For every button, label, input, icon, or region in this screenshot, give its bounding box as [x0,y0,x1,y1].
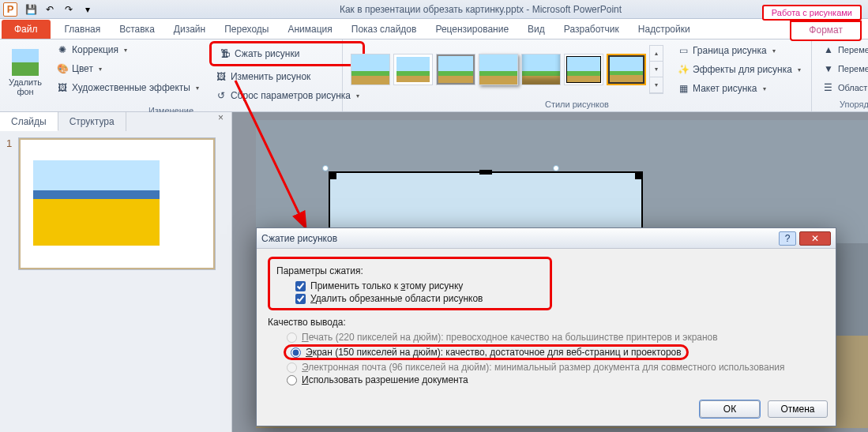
effects-icon: ✨ [677,63,690,76]
ok-button[interactable]: ОК [700,400,760,418]
dialog-title-bar[interactable]: Сжатие рисунков ? ✕ [257,228,836,249]
color-label: Цвет [72,63,93,74]
dialog-title: Сжатие рисунков [261,233,337,244]
style-3[interactable] [436,54,475,85]
backward-icon: ▼ [822,62,835,75]
tab-view[interactable]: Вид [518,20,554,39]
delete-cropped-checkbox-row[interactable]: Удалить обрезанные области рисунков [276,292,543,305]
slides-pane: Слайды Структура × 1 [0,112,232,432]
tab-format-label: Формат [809,24,843,36]
qat-more-icon[interactable]: ▾ [79,2,96,17]
selection-pane-button[interactable]: ☰Область выдел [817,79,868,96]
close-pane-button[interactable]: × [210,112,231,131]
remove-bg-label: Удалить фон [9,77,42,96]
title-bar: P 💾 ↶ ↷ ▾ Как в презентации обрезать кар… [0,0,868,19]
quality-email-radio [287,363,297,373]
dialog-close-button[interactable]: ✕ [799,231,831,246]
compress-icon: 🗜 [219,47,231,60]
file-tab-label: Файл [14,24,38,35]
tab-format[interactable]: Формат [790,21,862,41]
quality-print-radio [287,332,297,343]
corrections-button[interactable]: ✺Коррекция [51,41,205,58]
style-1[interactable] [351,54,390,85]
delete-cropped-checkbox[interactable] [295,294,306,304]
picture-effects-button[interactable]: ✨Эффекты для рисунка [671,61,806,78]
style-7[interactable] [607,54,646,85]
ribbon-tabs: Файл Главная Вставка Дизайн Переходы Ани… [0,19,868,39]
quality-document-label: Использовать разрешение документа [302,374,468,385]
artistic-effects-button[interactable]: 🖼Художественные эффекты [51,79,205,96]
tab-review[interactable]: Рецензирование [426,20,518,39]
dialog-help-button[interactable]: ? [779,231,796,246]
compression-options-section: Параметры сжатия: Применить только к это… [268,257,552,310]
quality-document-row[interactable]: Использовать разрешение документа [268,374,825,386]
bring-forward-button[interactable]: ▲Переместить вп [817,41,868,58]
undo-icon[interactable]: ↶ [41,2,58,17]
tab-transitions[interactable]: Переходы [215,20,278,39]
tab-addins[interactable]: Надстройки [629,20,700,39]
tab-slideshow[interactable]: Показ слайдов [342,20,426,39]
reset-picture-button[interactable]: ↺Сброс параметров рисунка [209,87,365,104]
group-arrange-label: Упоряд [817,98,868,111]
tab-design[interactable]: Дизайн [164,20,215,39]
forward-icon: ▲ [822,43,835,56]
style-5[interactable] [521,54,561,85]
cancel-button[interactable]: Отмена [768,400,828,418]
style-4[interactable] [479,54,518,85]
tab-insert[interactable]: Вставка [110,20,164,39]
picture-layout-button[interactable]: ▦Макет рисунка [671,80,806,97]
quality-document-radio[interactable] [287,375,297,385]
picture-styles-gallery: ▴▾▾ [348,42,667,97]
crop-handle-n[interactable] [479,170,492,175]
crop-handle-nw[interactable] [329,171,336,179]
file-tab[interactable]: Файл [2,20,51,39]
tab-animations[interactable]: Анимация [278,20,341,39]
quality-screen-highlight: Экран (150 пикселей на дюйм): качество, … [284,344,689,360]
compress-pictures-dialog: Сжатие рисунков ? ✕ Параметры сжатия: Пр… [256,227,836,426]
selection-handle[interactable] [322,165,329,171]
remove-bg-icon [12,49,39,76]
quality-email-row[interactable]: Электронная почта (96 пикселей на дюйм):… [268,361,825,374]
style-2[interactable] [393,54,433,85]
color-button[interactable]: 🎨Цвет [51,60,205,77]
color-icon: 🎨 [56,62,69,75]
crop-handle-ne[interactable] [635,171,643,179]
slide-number: 1 [6,137,16,149]
artistic-label: Художественные эффекты [72,82,190,93]
picture-border-button[interactable]: ▭Граница рисунка [671,42,806,59]
border-label: Граница рисунка [693,45,767,56]
apply-only-label: Применить только к этому рисунку [310,280,463,291]
tab-outline[interactable]: Структура [58,112,126,131]
group-styles-label: Стили рисунков [348,98,806,111]
apply-only-checkbox[interactable] [295,281,306,291]
tab-slides-thumbnails[interactable]: Слайды [0,112,58,131]
tab-home[interactable]: Главная [55,20,111,39]
save-icon[interactable]: 💾 [22,2,39,17]
slide-thumbnail-1[interactable] [18,137,216,270]
send-backward-button[interactable]: ▼Переместить н [817,60,868,77]
compress-pictures-button[interactable]: 🗜Сжать рисунки [213,45,361,62]
tab-developer[interactable]: Разработчик [554,20,629,39]
apply-only-checkbox-row[interactable]: Применить только к этому рисунку [276,280,543,292]
layout-label: Макет рисунка [693,83,757,94]
document-title: Как в презентации обрезать картинку.pptx… [96,4,865,15]
quality-screen-radio[interactable] [291,347,301,358]
selection-label: Область выдел [838,83,868,92]
compress-highlight: 🗜Сжать рисунки [209,41,365,66]
forward-label: Переместить вп [838,45,868,54]
gallery-more-button[interactable]: ▴▾▾ [649,45,663,94]
reset-label: Сброс параметров рисунка [231,90,351,101]
change-picture-icon: 🖼 [215,70,227,83]
change-picture-button[interactable]: 🖼Изменить рисунок [209,68,365,85]
quality-print-row[interactable]: Печать (220 пикселей на дюйм): превосход… [268,331,825,344]
selection-handle[interactable] [553,165,559,171]
output-quality-title: Качество вывода: [268,317,825,328]
ribbon: Удалить фон ✺Коррекция 🎨Цвет 🖼Художестве… [0,39,868,112]
redo-icon[interactable]: ↷ [60,2,77,17]
quality-screen-label: Экран (150 пикселей на дюйм): качество, … [306,347,682,358]
remove-background-button[interactable]: Удалить фон [5,41,46,104]
compress-label: Сжать рисунки [235,48,299,59]
style-6[interactable] [564,54,603,85]
delete-cropped-label: Удалить обрезанные области рисунков [310,293,483,304]
artistic-icon: 🖼 [56,81,69,94]
